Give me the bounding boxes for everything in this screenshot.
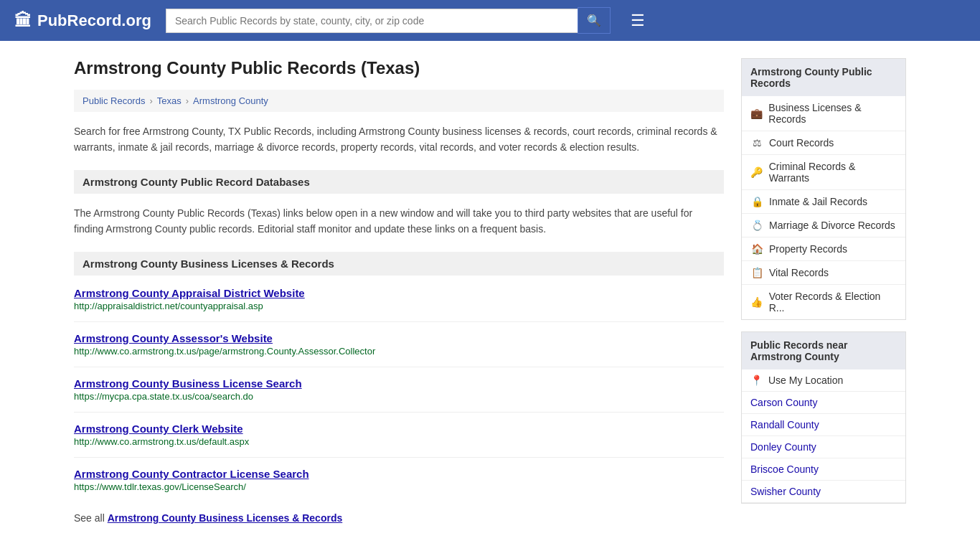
business-section-header: Armstrong County Business Licenses & Rec… xyxy=(74,252,724,276)
record-url-4: https://www.tdlr.texas.gov/LicenseSearch… xyxy=(74,481,724,492)
page-description: Search for free Armstrong County, TX Pub… xyxy=(74,123,724,156)
databases-section-header: Armstrong County Public Record Databases xyxy=(74,170,724,194)
see-all-link[interactable]: Armstrong County Business Licenses & Rec… xyxy=(108,512,343,524)
nav-icon-2: 🔑 xyxy=(750,166,763,178)
hamburger-icon: ☰ xyxy=(631,11,645,29)
see-all-text: See all Armstrong County Business Licens… xyxy=(74,512,724,524)
breadcrumb-sep-1: › xyxy=(149,95,152,106)
nav-icon-5: 🏠 xyxy=(750,243,763,255)
databases-section-description: The Armstrong County Public Records (Tex… xyxy=(74,205,724,237)
record-entry: Armstrong County Contractor License Sear… xyxy=(74,468,724,502)
search-icon: 🔍 xyxy=(587,14,601,27)
record-entry: Armstrong County Business License Search… xyxy=(74,377,724,413)
record-entry: Armstrong County Appraisal District Webs… xyxy=(74,287,724,322)
nearby-county-3[interactable]: Briscoe County xyxy=(742,458,905,481)
nearby-county-2[interactable]: Donley County xyxy=(742,436,905,458)
nav-label-5: Property Records xyxy=(769,243,847,255)
nearby-county-0[interactable]: Carson County xyxy=(742,392,905,414)
sidebar-nav-item-4[interactable]: 💍 Marriage & Divorce Records xyxy=(742,214,905,237)
record-url-0: http://appraisaldistrict.net/countyappra… xyxy=(74,301,724,311)
see-all-prefix: See all xyxy=(74,512,108,524)
nav-icon-6: 📋 xyxy=(750,267,763,278)
site-header: 🏛 PubRecord.org 🔍 ☰ xyxy=(0,0,980,41)
logo-text: PubRecord.org xyxy=(37,11,151,30)
record-title-2[interactable]: Armstrong County Business License Search xyxy=(74,377,724,390)
search-button[interactable]: 🔍 xyxy=(578,7,611,34)
nav-label-7: Voter Records & Election R... xyxy=(769,291,897,314)
sidebar-nav-item-7[interactable]: 👍 Voter Records & Election R... xyxy=(742,285,905,319)
sidebar-nav-item-2[interactable]: 🔑 Criminal Records & Warrants xyxy=(742,155,905,190)
record-entry: Armstrong County Clerk Website http://ww… xyxy=(74,423,724,458)
nav-label-1: Court Records xyxy=(769,137,834,149)
search-input[interactable] xyxy=(166,9,578,33)
sidebar-nav-item-0[interactable]: 💼 Business Licenses & Records xyxy=(742,96,905,131)
record-title-0[interactable]: Armstrong County Appraisal District Webs… xyxy=(74,287,724,299)
nearby-counties-list: Carson CountyRandall CountyDonley County… xyxy=(742,392,905,503)
record-url-2: https://mycpa.cpa.state.tx.us/coa/search… xyxy=(74,391,724,402)
record-title-1[interactable]: Armstrong County Assessor's Website xyxy=(74,332,724,344)
nav-label-0: Business Licenses & Records xyxy=(768,102,897,125)
breadcrumb: Public Records › Texas › Armstrong Count… xyxy=(74,90,724,112)
sidebar-nav-item-3[interactable]: 🔒 Inmate & Jail Records xyxy=(742,190,905,214)
nav-icon-4: 💍 xyxy=(750,220,763,231)
sidebar-box-title: Armstrong County Public Records xyxy=(742,59,905,96)
breadcrumb-sep-2: › xyxy=(186,95,189,106)
sidebar: Armstrong County Public Records 💼 Busine… xyxy=(741,58,906,524)
record-entry: Armstrong County Assessor's Website http… xyxy=(74,332,724,367)
record-title-4[interactable]: Armstrong County Contractor License Sear… xyxy=(74,468,724,480)
breadcrumb-link-armstrong[interactable]: Armstrong County xyxy=(193,95,268,106)
record-title-3[interactable]: Armstrong County Clerk Website xyxy=(74,423,724,435)
nearby-county-1[interactable]: Randall County xyxy=(742,414,905,436)
site-logo[interactable]: 🏛 PubRecord.org xyxy=(14,11,151,31)
nav-label-3: Inmate & Jail Records xyxy=(769,196,867,207)
page-container: Armstrong County Public Records (Texas) … xyxy=(60,41,920,541)
nav-icon-7: 👍 xyxy=(750,296,763,308)
sidebar-nav-list: 💼 Business Licenses & Records ⚖ Court Re… xyxy=(742,96,905,319)
record-url-1: http://www.co.armstrong.tx.us/page/armst… xyxy=(74,346,724,357)
nav-icon-3: 🔒 xyxy=(750,196,763,207)
record-url-3: http://www.co.armstrong.tx.us/default.as… xyxy=(74,436,724,447)
nav-icon-1: ⚖ xyxy=(750,137,763,149)
sidebar-public-records-box: Armstrong County Public Records 💼 Busine… xyxy=(741,58,906,320)
sidebar-nearby-box: Public Records near Armstrong County 📍 U… xyxy=(741,331,906,504)
sidebar-nav-item-1[interactable]: ⚖ Court Records xyxy=(742,131,905,155)
nav-label-2: Criminal Records & Warrants xyxy=(769,161,897,184)
logo-icon: 🏛 xyxy=(14,11,32,31)
main-content: Armstrong County Public Records (Texas) … xyxy=(74,58,724,524)
location-icon: 📍 xyxy=(750,375,763,386)
breadcrumb-link-public-records[interactable]: Public Records xyxy=(83,95,145,106)
hamburger-button[interactable]: ☰ xyxy=(631,11,645,30)
sidebar-nav-item-6[interactable]: 📋 Vital Records xyxy=(742,261,905,285)
business-records-list: Armstrong County Appraisal District Webs… xyxy=(74,287,724,502)
use-location-label: Use My Location xyxy=(768,375,843,386)
breadcrumb-link-texas[interactable]: Texas xyxy=(157,95,182,106)
page-title: Armstrong County Public Records (Texas) xyxy=(74,58,724,78)
search-bar-wrapper: 🔍 xyxy=(166,7,611,34)
nav-label-4: Marriage & Divorce Records xyxy=(769,220,895,231)
nearby-header: Public Records near Armstrong County xyxy=(742,332,905,369)
nav-icon-0: 💼 xyxy=(750,108,763,119)
use-location-item[interactable]: 📍 Use My Location xyxy=(742,369,905,392)
nav-label-6: Vital Records xyxy=(769,267,829,278)
nearby-county-4[interactable]: Swisher County xyxy=(742,481,905,503)
sidebar-nav-item-5[interactable]: 🏠 Property Records xyxy=(742,237,905,261)
